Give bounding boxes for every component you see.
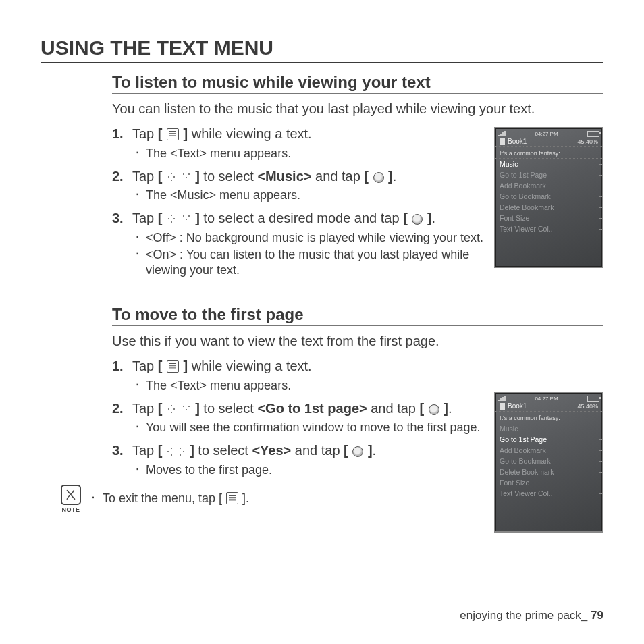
step-text: and tap (311, 169, 364, 184)
page-title: USING THE TEXT MENU (41, 36, 603, 63)
select-icon (352, 446, 363, 457)
step-number: 1. (112, 358, 124, 375)
device-title: Book1 (508, 402, 527, 410)
substep: You will see the confirmation window to … (132, 420, 510, 435)
step-text: Tap (132, 401, 158, 416)
substep: Moves to the first page. (132, 462, 510, 478)
device-percent: 45.40% (577, 403, 598, 410)
device-percent: 45.40% (577, 138, 598, 145)
section-intro: Use this if you want to view the text fr… (112, 333, 603, 350)
device-menu-item: Text Viewer Col.. (495, 223, 602, 234)
step-text: to select (200, 169, 258, 184)
device-time: 04:27 PM (535, 396, 558, 402)
device-menu-item: Go to Bookmark (495, 456, 602, 466)
device-menu-item: Go to 1st Page (495, 434, 602, 445)
down-icon (182, 215, 191, 224)
step-text: . (432, 211, 436, 225)
device-menu-item: Font Size (495, 213, 602, 223)
device-menu: Music Go to 1st Page Add Bookmark Go to … (495, 423, 602, 499)
step-number: 3. (112, 442, 124, 460)
section-heading-music: To listen to music while viewing your te… (112, 73, 603, 94)
menu-icon (226, 492, 238, 504)
step-text: while viewing a text. (188, 358, 311, 373)
section-heading-firstpage: To move to the first page (112, 305, 603, 326)
step-item: 2. Tap [ ] to select <Music> and tap [ ]… (112, 168, 510, 204)
footer-text: enjoying the prime pack_ (460, 609, 587, 622)
step-text: and tap (291, 443, 344, 458)
left-icon (167, 447, 173, 456)
device-menu-item: Text Viewer Col.. (495, 488, 602, 499)
substep: The <Text> menu appears. (132, 146, 510, 161)
up-icon (167, 215, 176, 224)
device-menu-item: Font Size (495, 477, 602, 488)
step-item: 2. Tap [ ] to select <Go to 1st page> an… (112, 400, 510, 436)
device-menu-item: Delete Bookmark (495, 202, 602, 213)
footer-page-number: 79 (591, 609, 603, 622)
device-menu-item: Delete Bookmark (495, 466, 602, 477)
menu-icon (167, 128, 179, 140)
step-text: to select (200, 401, 258, 416)
device-menu: Music Go to 1st Page Add Bookmark Go to … (495, 159, 602, 234)
down-icon (182, 173, 191, 182)
note-text: To exit the menu, tap [ ]. (90, 491, 249, 506)
step-text: Tap (132, 211, 158, 225)
device-menu-item: Music (495, 159, 602, 169)
down-icon (182, 405, 191, 414)
step-text: . (373, 443, 377, 458)
battery-icon (587, 396, 599, 402)
note-label: NOTE (61, 506, 81, 513)
step-text: Tap (132, 169, 158, 184)
step-item: 3. Tap [ ] to select <Yes> and tap [ ]. … (112, 442, 510, 478)
step-number: 2. (112, 400, 124, 418)
bold-label: <Yes> (252, 443, 291, 458)
device-time: 04:27 PM (535, 131, 558, 137)
menu-icon (167, 360, 179, 373)
note-icon (61, 485, 81, 505)
device-menu-item: Go to 1st Page (495, 169, 602, 180)
select-icon (412, 214, 423, 225)
device-screenshot-music: 04:27 PM Book1 45.40% It's a common fant… (494, 127, 603, 268)
device-content-line: It's a common fantasy: (495, 411, 602, 423)
device-menu-item: Add Bookmark (495, 445, 602, 456)
section-intro: You can listen to the music that you las… (112, 101, 603, 117)
step-item: 1. Tap [ ] while viewing a text. The <Te… (112, 126, 510, 161)
battery-icon (587, 131, 599, 137)
step-text: . (393, 169, 397, 184)
step-number: 2. (112, 168, 124, 186)
bold-label: <Go to 1st page> (257, 401, 367, 416)
page-footer: enjoying the prime pack_ 79 (460, 609, 603, 622)
device-menu-item: Add Bookmark (495, 180, 602, 191)
step-item: 3. Tap [ ] to select a desired mode and … (112, 210, 510, 278)
substep: The <Text> menu appears. (132, 378, 510, 394)
signal-icon (498, 396, 506, 401)
up-icon (167, 405, 176, 414)
step-text: to select (194, 443, 252, 458)
device-title: Book1 (508, 138, 527, 145)
right-icon (179, 447, 186, 456)
step-text: . (448, 401, 452, 416)
select-icon (429, 404, 439, 415)
signal-icon (498, 131, 506, 136)
step-text: to select a desired mode and tap (200, 211, 403, 225)
substep: The <Music> menu appears. (132, 188, 510, 203)
device-content-line: It's a common fantasy: (495, 146, 602, 159)
device-menu-item: Music (495, 423, 602, 434)
step-number: 1. (112, 126, 124, 143)
device-screenshot-firstpage: 04:27 PM Book1 45.40% It's a common fant… (494, 392, 603, 533)
step-text: Tap (132, 126, 158, 141)
step-text: Tap (132, 443, 158, 458)
bold-label: <Music> (257, 169, 311, 184)
note-badge: NOTE (61, 485, 81, 513)
step-number: 3. (112, 210, 124, 227)
substep: <On> : You can listen to the music that … (132, 247, 510, 278)
substep: <Off> : No background music is played wh… (132, 230, 510, 246)
step-text: Tap (132, 358, 158, 373)
step-item: 1. Tap [ ] while viewing a text. The <Te… (112, 358, 510, 394)
step-text: while viewing a text. (188, 126, 311, 141)
up-icon (167, 173, 176, 182)
device-menu-item: Go to Bookmark (495, 191, 602, 202)
step-text: and tap (367, 401, 420, 416)
select-icon (373, 172, 384, 183)
